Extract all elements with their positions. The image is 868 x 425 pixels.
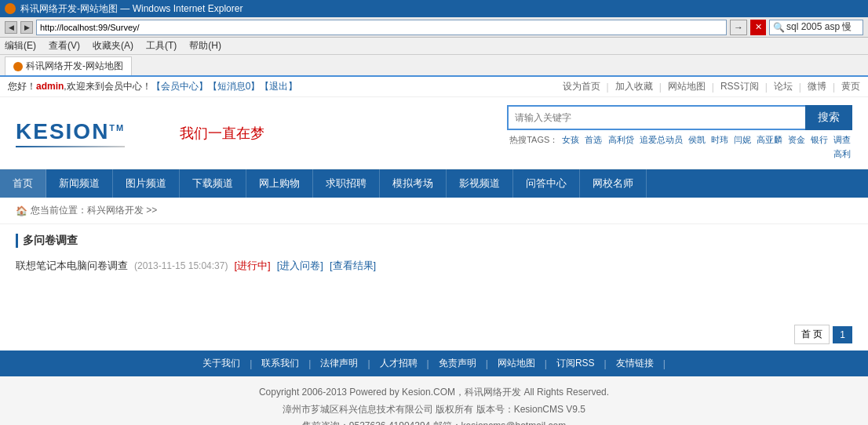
- menu-bar: 编辑(E) 查看(V) 收藏夹(A) 工具(T) 帮助(H): [0, 38, 868, 55]
- footer-contact-info: 售前咨询：9537636 41904294 邮箱：kesioncms@hotma…: [16, 418, 852, 425]
- footer-nav: 关于我们 | 联系我们 | 法律声明 | 人才招聘 | 免责声明 | 网站地图 …: [0, 351, 868, 376]
- footer-rss[interactable]: 订阅RSS: [556, 357, 595, 370]
- survey-title: 联想笔记本电脑问卷调查: [16, 259, 128, 273]
- forward-button[interactable]: ▶: [20, 21, 33, 34]
- menu-favorites[interactable]: 收藏夹(A): [93, 39, 133, 53]
- menu-tools[interactable]: 工具(T): [146, 39, 177, 53]
- back-button[interactable]: ◀: [5, 21, 17, 34]
- search-row: 搜索: [507, 105, 852, 130]
- tab-bar: 科讯网络开发-网站地图: [0, 55, 868, 77]
- search-button[interactable]: 搜索: [805, 105, 852, 130]
- logo-text: KESIONTM: [16, 119, 125, 144]
- nav-teacher[interactable]: 网校名师: [580, 169, 647, 198]
- footer-contact[interactable]: 联系我们: [261, 357, 299, 370]
- title-bar: 科讯网络开发-网站地图 — Windows Internet Explorer: [0, 0, 868, 17]
- nav-video[interactable]: 影视频道: [447, 169, 513, 198]
- footer-company: 漳州市芗城区科兴信息技术有限公司 版权所有 版本号：KesionCMS V9.5: [16, 401, 852, 419]
- nav-image[interactable]: 图片频道: [113, 169, 180, 198]
- footer-disclaimer[interactable]: 免责声明: [439, 357, 476, 370]
- address-bar: ◀ ▶ → ✕ 🔍 sql 2005 asp 慢: [0, 17, 868, 38]
- set-home-link[interactable]: 设为首页: [563, 80, 600, 93]
- address-input[interactable]: [36, 20, 727, 35]
- hot-tags: 热搜TAGS： 女孩 首选 高利贷 追爱总动员 侯凯 时玮 闫妮 高亚麟 资金 …: [507, 133, 852, 161]
- content-area: 多问卷调查 联想笔记本电脑问卷调查 (2013-11-15 15:04:37) …: [0, 224, 868, 318]
- message-link[interactable]: 【短消息0】: [208, 81, 261, 92]
- tab-label: 科讯网络开发-网站地图: [26, 60, 123, 73]
- go-button[interactable]: →: [730, 20, 747, 35]
- sitemap-link[interactable]: 网站地图: [668, 80, 706, 93]
- hot-tag-2[interactable]: 高利贷: [608, 135, 634, 144]
- search-area: 搜索 热搜TAGS： 女孩 首选 高利贷 追爱总动员 侯凯 时玮 闫妮 高亚麟 …: [507, 105, 852, 161]
- breadcrumb: 🏠 您当前位置：科兴网络开发 >>: [0, 198, 868, 224]
- logo-slogan: 我们一直在梦: [180, 124, 264, 143]
- survey-item: 联想笔记本电脑问卷调查 (2013-11-15 15:04:37) [进行中] …: [16, 256, 852, 276]
- window-title: 科讯网络开发-网站地图 — Windows Internet Explorer: [20, 2, 243, 16]
- hot-tag-6[interactable]: 闫妮: [734, 135, 751, 144]
- search-input[interactable]: [507, 105, 805, 130]
- hot-tag-4[interactable]: 侯凯: [688, 135, 706, 144]
- nav-qa[interactable]: 问答中心: [513, 169, 580, 198]
- nav-bar: 首页 新闻频道 图片频道 下载频道 网上购物 求职招聘 模拟考场 影视频道 问答…: [0, 169, 868, 198]
- section-title: 多问卷调查: [16, 234, 852, 248]
- footer-jobs[interactable]: 人才招聘: [380, 357, 418, 370]
- forum-link[interactable]: 论坛: [774, 80, 793, 93]
- status-badge[interactable]: [进行中]: [234, 259, 270, 273]
- nav-exam[interactable]: 模拟考场: [380, 169, 447, 198]
- top-right-links: 设为首页 | 加入收藏 | 网站地图 | RSS订阅 | 论坛 | 微博 | 黄…: [563, 80, 860, 93]
- hot-tag-11[interactable]: 高利: [833, 149, 851, 158]
- member-center-link[interactable]: 【会员中心】: [151, 81, 208, 92]
- header-section: KESIONTM 我们一直在梦 搜索 热搜TAGS： 女孩 首选 高利贷 追爱总…: [0, 97, 868, 169]
- username: admin: [36, 81, 64, 92]
- survey-date: (2013-11-15 15:04:37): [134, 260, 228, 271]
- current-page: 1: [833, 326, 852, 343]
- rss-link[interactable]: RSS订阅: [720, 80, 759, 93]
- nav-shop[interactable]: 网上购物: [246, 169, 313, 198]
- search-text: sql 2005 asp 慢: [786, 20, 852, 34]
- footer-sitemap[interactable]: 网站地图: [498, 357, 535, 370]
- hot-tag-0[interactable]: 女孩: [562, 135, 579, 144]
- tab-icon: [13, 62, 23, 71]
- home-icon: 🏠: [16, 205, 27, 216]
- logout-link[interactable]: 【退出】: [260, 81, 297, 92]
- nav-home[interactable]: 首页: [0, 169, 46, 198]
- first-page-button[interactable]: 首 页: [794, 325, 830, 344]
- user-greeting: 您好！admin,欢迎来到会员中心！【会员中心】【短消息0】【退出】: [8, 80, 297, 93]
- footer-about[interactable]: 关于我们: [202, 357, 240, 370]
- hot-tag-8[interactable]: 资金: [788, 135, 805, 144]
- user-bar: 您好！admin,欢迎来到会员中心！【会员中心】【短消息0】【退出】 设为首页 …: [0, 77, 868, 97]
- hot-tag-5[interactable]: 时玮: [711, 135, 728, 144]
- menu-view[interactable]: 查看(V): [49, 39, 80, 53]
- browser-tab[interactable]: 科讯网络开发-网站地图: [5, 56, 132, 75]
- menu-edit[interactable]: 编辑(E): [5, 39, 36, 53]
- search-icon: 🔍: [773, 22, 785, 33]
- breadcrumb-text: 您当前位置：科兴网络开发 >>: [31, 204, 157, 217]
- view-result-link[interactable]: [查看结果]: [330, 259, 376, 273]
- hot-tag-9[interactable]: 银行: [811, 135, 828, 144]
- footer-legal[interactable]: 法律声明: [320, 357, 358, 370]
- weibo-link[interactable]: 微博: [808, 80, 826, 93]
- yellow-pages-link[interactable]: 黄页: [841, 80, 860, 93]
- logo-line: [16, 146, 125, 147]
- ie-logo-icon: [5, 3, 16, 14]
- pagination: 首 页 1: [0, 318, 868, 351]
- search-box: 🔍 sql 2005 asp 慢: [769, 20, 863, 35]
- menu-help[interactable]: 帮助(H): [189, 39, 221, 53]
- stop-button[interactable]: ✕: [750, 20, 766, 35]
- footer-links[interactable]: 友情链接: [616, 357, 654, 370]
- nav-download[interactable]: 下载频道: [180, 169, 246, 198]
- hot-tag-7[interactable]: 高亚麟: [757, 135, 782, 144]
- logo-area: KESIONTM: [16, 119, 125, 147]
- add-favorite-link[interactable]: 加入收藏: [615, 80, 653, 93]
- footer-copyright: Copyright 2006-2013 Powered by Kesion.CO…: [16, 384, 852, 401]
- footer-info: Copyright 2006-2013 Powered by Kesion.CO…: [0, 376, 868, 425]
- enter-survey-link[interactable]: [进入问卷]: [277, 259, 323, 273]
- greeting-suffix: ,欢迎来到会员中心！: [64, 81, 151, 92]
- greeting-text: 您好！: [8, 81, 36, 92]
- nav-news[interactable]: 新闻频道: [46, 169, 113, 198]
- hot-tag-1[interactable]: 首选: [585, 135, 602, 144]
- nav-job[interactable]: 求职招聘: [313, 169, 380, 198]
- hot-tag-10[interactable]: 调查: [833, 135, 851, 144]
- hot-tag-3[interactable]: 追爱总动员: [640, 135, 683, 144]
